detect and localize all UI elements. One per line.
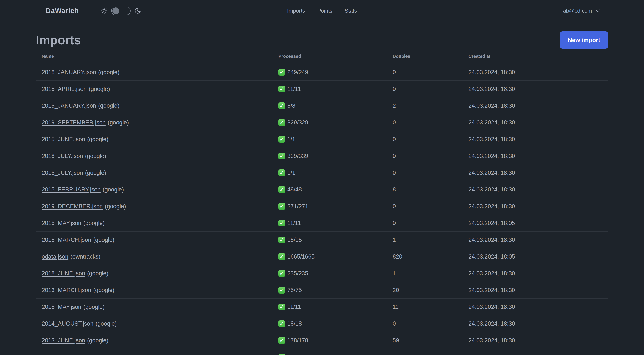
processed-cell: ✓ 329/329: [272, 119, 387, 126]
doubles-cell: 8: [387, 186, 462, 193]
created-at-cell: 24.03.2024, 18:30: [462, 287, 608, 294]
import-file-link[interactable]: 2019_DECEMBER.json: [42, 203, 103, 210]
table-row: 2018_JULY.json(google) ✓ 339/339 0 24.03…: [36, 148, 608, 164]
created-at-cell: 24.03.2024, 18:30: [462, 136, 608, 143]
check-icon: ✓: [278, 354, 285, 355]
processed-cell: ✓ 339/339: [272, 153, 387, 159]
import-file-link[interactable]: 2015_JULY.json: [42, 169, 83, 176]
user-email: ab@cd.com: [563, 8, 592, 14]
doubles-cell: 820: [387, 253, 462, 260]
processed-count: 329/329: [287, 119, 308, 126]
created-at-cell: 24.03.2024, 18:30: [462, 119, 608, 126]
doubles-cell: 0: [387, 136, 462, 143]
table-row: 2015_FEBRUARY.json(google) ✓ 48/48 8 24.…: [36, 181, 608, 198]
import-file-link[interactable]: 2015_MARCH.json: [42, 237, 91, 243]
created-at-cell: 24.03.2024, 18:05: [462, 220, 608, 227]
import-source: (google): [98, 69, 120, 75]
chevron-down-icon: [595, 8, 600, 12]
import-source: (google): [108, 119, 129, 126]
import-file-link[interactable]: 2015_MAY.json: [42, 220, 82, 226]
doubles-cell: 59: [387, 337, 462, 344]
import-file-link[interactable]: 2018_JANUARY.json: [42, 69, 96, 75]
table-row: 2015_MARCH.json(google) ✓ 15/15 1 24.03.…: [36, 232, 608, 248]
table-body: 2018_JANUARY.json(google) ✓ 249/249 0 24…: [36, 64, 608, 355]
processed-cell: ✓ 18/18: [272, 320, 387, 327]
import-file-link[interactable]: odata.json: [42, 253, 68, 260]
table-row: 2015_JULY.json(google) ✓ 1/1 0 24.03.202…: [36, 164, 608, 181]
created-at-cell: 24.03.2024, 18:30: [462, 102, 608, 109]
processed-count: 11/11: [287, 86, 301, 92]
processed-count: 18/18: [287, 320, 302, 327]
created-at-cell: 24.03.2024, 18:30: [462, 270, 608, 277]
import-file-link[interactable]: 2014_AUGUST.json: [42, 320, 93, 327]
nav-link-imports[interactable]: Imports: [287, 8, 305, 14]
check-icon: ✓: [278, 320, 285, 327]
processed-cell: ✓ 249/249: [272, 69, 387, 76]
name-cell: 2019_DECEMBER.json(google): [36, 203, 272, 210]
doubles-cell: 1: [387, 270, 462, 277]
check-icon: ✓: [278, 287, 285, 294]
processed-count: 75/75: [287, 287, 302, 294]
processed-count: 11/11: [287, 220, 301, 227]
new-import-button[interactable]: New import: [560, 31, 608, 49]
processed-count: 339/339: [287, 153, 308, 159]
column-header-created-at: Created at: [462, 54, 608, 59]
table-row: 2015_JUNE.json(google) ✓ 1/1 0 24.03.202…: [36, 131, 608, 148]
processed-cell: ✓ 8/8: [272, 102, 387, 109]
processed-cell: ✓ 11/11: [272, 304, 387, 310]
page-title: Imports: [36, 31, 81, 49]
processed-cell: ✓ 11/11: [272, 220, 387, 227]
table-row: 2014_AUGUST.json(google) ✓ 18/18 0 24.03…: [36, 315, 608, 332]
import-file-link[interactable]: 2015_FEBRUARY.json: [42, 186, 100, 193]
import-source: (google): [98, 102, 120, 109]
import-file-link[interactable]: 2015_APRIL.json: [42, 86, 87, 92]
import-source: (google): [93, 287, 114, 293]
import-file-link[interactable]: 2015_MAY.json: [42, 304, 82, 310]
import-file-link[interactable]: 2018_JULY.json: [42, 153, 83, 159]
user-menu[interactable]: ab@cd.com: [563, 8, 599, 14]
name-cell: 2015_MAY.json(google): [36, 220, 272, 227]
processed-cell: ✓ 48/48: [272, 186, 387, 193]
processed-cell: ✓ 235/235: [272, 270, 387, 277]
table-row: 2018_JUNE.json(google) ✓ 235/235 1 24.03…: [36, 265, 608, 282]
column-header-doubles: Doubles: [387, 54, 462, 59]
processed-cell: ✓ 1665/1665: [272, 253, 387, 260]
check-icon: ✓: [278, 69, 285, 76]
theme-toggle[interactable]: [111, 6, 131, 15]
processed-count: 178/178: [287, 337, 308, 344]
name-cell: 2018_JANUARY.json(google): [36, 69, 272, 76]
import-source: (google): [105, 203, 126, 210]
column-header-name: Name: [36, 54, 272, 59]
app-logo[interactable]: DaWarIch: [46, 7, 79, 15]
processed-count: 249/249: [287, 69, 308, 76]
processed-cell: ✓ 1/1: [272, 136, 387, 143]
nav-link-points[interactable]: Points: [317, 8, 332, 14]
import-source: (google): [87, 337, 108, 344]
name-cell: 2015_JUNE.json(google): [36, 136, 272, 143]
import-file-link[interactable]: 2018_JUNE.json: [42, 270, 85, 277]
doubles-cell: 11: [387, 304, 462, 310]
processed-cell: ✓: [272, 354, 387, 355]
top-navbar: DaWarIch ImportsPointsStats ab@cd.com: [0, 0, 644, 21]
import-file-link[interactable]: 2013_JUNE.json: [42, 337, 85, 344]
doubles-cell: 0: [387, 153, 462, 159]
name-cell: 2015_APRIL.json(google): [36, 86, 272, 92]
name-cell: 2015_JULY.json(google): [36, 169, 272, 176]
import-file-link[interactable]: 2013_MARCH.json: [42, 287, 91, 293]
import-source: (google): [84, 220, 105, 226]
check-icon: ✓: [278, 169, 285, 176]
doubles-cell: 1: [387, 237, 462, 243]
import-file-link[interactable]: 2015_JANUARY.json: [42, 102, 96, 109]
import-file-link[interactable]: 2015_JUNE.json: [42, 136, 85, 142]
check-icon: ✓: [278, 86, 285, 92]
import-source: (google): [85, 169, 106, 176]
import-file-link[interactable]: 2019_SEPTEMBER.json: [42, 119, 106, 126]
check-icon: ✓: [278, 237, 285, 243]
doubles-cell: 20: [387, 287, 462, 294]
doubles-cell: 0: [387, 203, 462, 210]
processed-cell: ✓ 178/178: [272, 337, 387, 344]
nav-link-stats[interactable]: Stats: [345, 8, 357, 14]
check-icon: ✓: [278, 270, 285, 277]
table-row: 2019_SEPTEMBER.json(google) ✓ 329/329 0 …: [36, 114, 608, 131]
table-row: 2015_MAY.json(google) ✓ 11/11 0 24.03.20…: [36, 215, 608, 232]
